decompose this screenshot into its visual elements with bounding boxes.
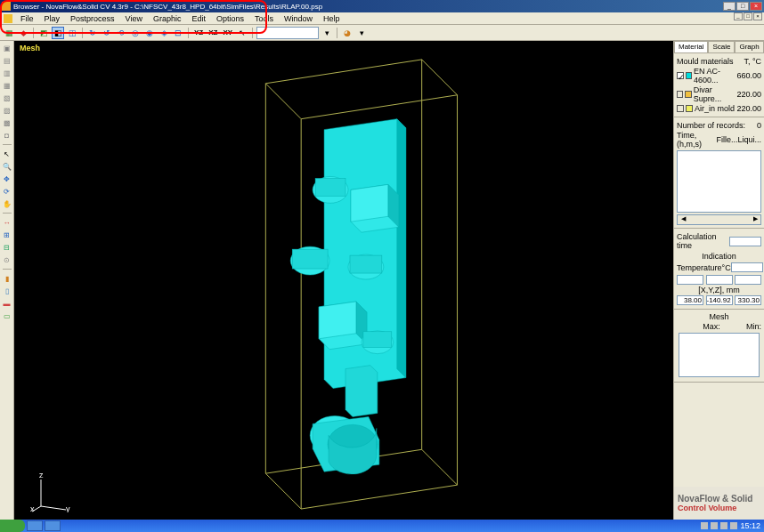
cube-solid-icon[interactable]: ◩ bbox=[37, 27, 50, 39]
menu-view[interactable]: View bbox=[120, 14, 148, 23]
logo-line2: Control Volume bbox=[678, 504, 760, 512]
check-icon[interactable] bbox=[677, 105, 684, 112]
material-temp: 220.00 bbox=[736, 104, 761, 113]
pointer-icon[interactable]: ↖ bbox=[236, 27, 248, 39]
records-list[interactable] bbox=[677, 150, 761, 213]
pan-tool-icon[interactable]: ✋ bbox=[2, 198, 12, 209]
coord-z-input[interactable] bbox=[735, 295, 761, 305]
delete-icon[interactable]: ◆ bbox=[17, 27, 29, 39]
menu-window[interactable]: Window bbox=[279, 14, 318, 23]
calc-time-input[interactable] bbox=[729, 237, 761, 246]
tab-graph[interactable]: Graph bbox=[735, 41, 763, 52]
extra-input-3[interactable] bbox=[735, 275, 761, 285]
section-icon[interactable]: ⊞ bbox=[2, 230, 12, 240]
ltb-1-icon[interactable]: ▣ bbox=[2, 43, 12, 53]
mesh-stats-area bbox=[679, 333, 760, 377]
mould-header: Mould materials bbox=[677, 57, 734, 66]
menu-postprocess[interactable]: Postprocess bbox=[65, 14, 120, 23]
view-back-icon[interactable]: ◉ bbox=[143, 27, 156, 39]
measure-icon[interactable]: ↔ bbox=[2, 217, 12, 228]
coord-x-input[interactable] bbox=[677, 295, 703, 305]
menu-file[interactable]: File bbox=[15, 14, 39, 23]
rotate-x-icon[interactable]: ↻ bbox=[86, 27, 99, 39]
tab-scale[interactable]: Scale bbox=[708, 41, 735, 52]
extra-input-2[interactable] bbox=[706, 275, 733, 285]
task-item-2[interactable] bbox=[45, 520, 61, 531]
legend-icon[interactable]: ▮ bbox=[2, 273, 12, 284]
records-scrollbar[interactable]: ◀ ▶ bbox=[677, 214, 761, 225]
ltb-7-icon[interactable]: ▩ bbox=[2, 117, 12, 128]
ltb-6-icon[interactable]: ▨ bbox=[2, 105, 12, 116]
ltb-8-icon[interactable]: ◘ bbox=[2, 130, 12, 141]
move-tool-icon[interactable]: ✥ bbox=[2, 173, 12, 184]
material-row-2[interactable]: Air_in mold 220.00 bbox=[677, 104, 761, 113]
plane-yz-button[interactable]: YZ bbox=[192, 28, 205, 36]
clip-icon[interactable]: ⊟ bbox=[2, 242, 12, 253]
mdi-restore[interactable]: □ bbox=[744, 12, 752, 20]
menu-options[interactable]: Options bbox=[211, 14, 249, 23]
color-swatch bbox=[686, 105, 693, 112]
viewport-3d[interactable]: Mesh bbox=[14, 41, 673, 520]
color-swatch bbox=[685, 91, 691, 98]
dropdown2-icon[interactable]: ▾ bbox=[355, 27, 368, 39]
probe-icon[interactable]: ⊙ bbox=[2, 254, 12, 265]
mesh-section: Mesh Max: Min: bbox=[674, 310, 764, 383]
close-button[interactable]: × bbox=[750, 2, 762, 11]
scroll-left-icon[interactable]: ◀ bbox=[678, 215, 688, 224]
material-row-1[interactable]: Divar Supre... 220.00 bbox=[677, 85, 761, 103]
rotate-y-icon[interactable]: ↺ bbox=[101, 27, 113, 39]
view-fit-icon[interactable]: ⊡ bbox=[172, 27, 184, 39]
tray-icon-4[interactable] bbox=[730, 522, 737, 529]
extra-input-1[interactable] bbox=[677, 275, 703, 285]
chart1-icon[interactable]: ▯ bbox=[2, 286, 12, 296]
toolbar-combo[interactable] bbox=[256, 27, 319, 39]
tray-icon-1[interactable] bbox=[701, 522, 708, 529]
view-iso-icon[interactable]: ◈ bbox=[158, 27, 170, 39]
clock[interactable]: 15:12 bbox=[740, 521, 760, 530]
view-front-icon[interactable]: ◎ bbox=[129, 27, 142, 39]
menu-tools[interactable]: Tools bbox=[249, 14, 279, 23]
plane-xz-button[interactable]: XZ bbox=[207, 28, 219, 36]
ltb-3-icon[interactable]: ▥ bbox=[2, 68, 12, 78]
titlebar: Browser - NovaFlow&Solid CV 4.3r9 - C:\N… bbox=[0, 0, 764, 12]
pointer-tool-icon[interactable]: ↖ bbox=[2, 149, 12, 159]
menu-graphic[interactable]: Graphic bbox=[148, 14, 187, 23]
ltb-4-icon[interactable]: ▦ bbox=[2, 80, 12, 91]
menu-edit[interactable]: Edit bbox=[186, 14, 211, 23]
temperature-input[interactable] bbox=[731, 262, 763, 272]
ltb-5-icon[interactable]: ▧ bbox=[2, 93, 12, 103]
check-icon[interactable] bbox=[677, 91, 683, 98]
maximize-button[interactable]: □ bbox=[736, 2, 749, 11]
temperature-unit: °C bbox=[722, 263, 731, 272]
axis-widget: z y x bbox=[30, 472, 70, 512]
menu-play[interactable]: Play bbox=[39, 14, 66, 23]
start-button[interactable] bbox=[0, 520, 25, 532]
ltb-2-icon[interactable]: ▤ bbox=[2, 55, 12, 66]
tray-icon-3[interactable] bbox=[720, 522, 727, 529]
palette-icon[interactable]: ◕ bbox=[341, 27, 354, 39]
zoom-tool-icon[interactable]: 🔍 bbox=[2, 161, 12, 172]
right-panel: Material Scale Graph Rotate Mould materi… bbox=[673, 41, 764, 520]
scroll-right-icon[interactable]: ▶ bbox=[750, 215, 760, 224]
mdi-minimize[interactable]: _ bbox=[734, 12, 743, 20]
menu-help[interactable]: Help bbox=[318, 14, 345, 23]
tab-material[interactable]: Material bbox=[674, 41, 708, 52]
tray-icon-2[interactable] bbox=[711, 522, 718, 529]
check-icon[interactable]: ✓ bbox=[677, 72, 684, 79]
rotate-tool-icon[interactable]: ⟳ bbox=[2, 186, 12, 197]
minimize-button[interactable]: _ bbox=[723, 2, 736, 11]
svg-text:x: x bbox=[30, 504, 35, 512]
cube-shaded-icon[interactable]: ◧ bbox=[52, 27, 64, 39]
dropdown-icon[interactable]: ▾ bbox=[321, 27, 333, 39]
grid-icon[interactable]: ▦ bbox=[3, 27, 15, 39]
chart2-icon[interactable]: ▬ bbox=[2, 298, 12, 309]
xyz-label: [X,Y,Z], mm bbox=[677, 286, 761, 294]
task-item-1[interactable] bbox=[27, 520, 43, 531]
plane-xy-button[interactable]: XY bbox=[221, 28, 234, 36]
material-row-0[interactable]: ✓EN AC-4600... 660.00 bbox=[677, 67, 761, 85]
mdi-close[interactable]: × bbox=[753, 12, 762, 20]
chart3-icon[interactable]: ▭ bbox=[2, 310, 12, 321]
coord-y-input[interactable] bbox=[706, 295, 733, 305]
cube-wireframe-icon[interactable]: ◫ bbox=[66, 27, 78, 39]
rotate-z-icon[interactable]: ⟲ bbox=[115, 27, 127, 39]
